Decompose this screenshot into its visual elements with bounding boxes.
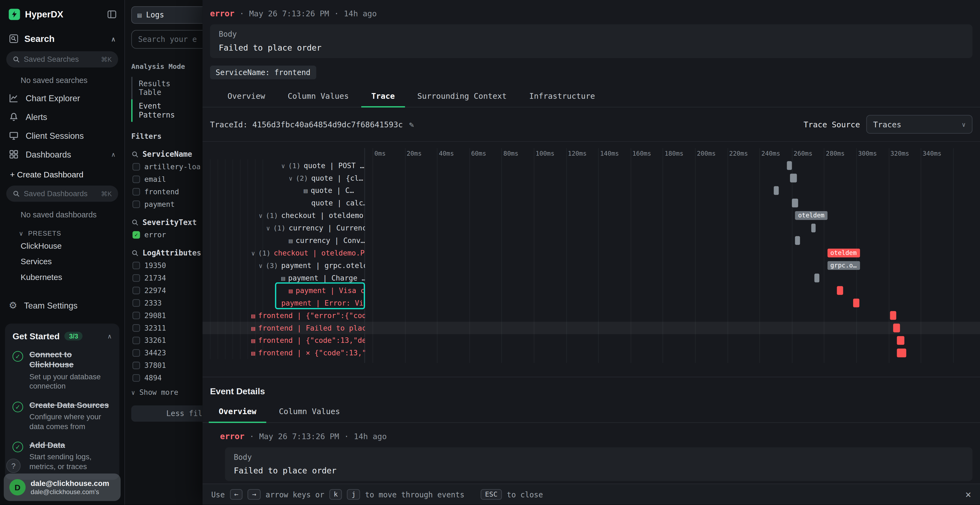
filter-option-22974[interactable]: 22974 [131,286,202,295]
trace-row[interactable]: ∨(1)checkout | oteldemo.…oteldem [202,209,980,222]
filter-option-error[interactable]: ✓error [131,230,202,239]
checkbox[interactable] [132,287,140,294]
user-menu[interactable]: D dale@clickhouse.com dale@clickhouse.co… [4,473,121,501]
chevron-down-icon[interactable]: ∨ [281,162,285,169]
chevron-down-icon[interactable]: ∨ [266,224,270,231]
analysis-mode-results-table[interactable]: Results Table [131,77,202,99]
chevron-up-icon[interactable]: ∧ [111,151,116,157]
sidebar-item-client-sessions[interactable]: Client Sessions [0,126,124,145]
trace-row-label[interactable]: payment | Error: Visa… [202,297,365,310]
tab-infrastructure[interactable]: Infrastructure [519,86,605,108]
ed-tab-column-values[interactable]: Column Values [269,401,350,423]
checkbox[interactable] [132,274,140,282]
trace-row[interactable]: ▤payment | Visa ca… [202,284,980,297]
chevron-down-icon[interactable]: ∨ [251,249,255,256]
collapse-sidebar-icon[interactable] [107,9,117,19]
filter-option-payment[interactable]: payment [131,200,202,209]
analysis-mode-event-patterns[interactable]: Event Patterns [131,99,202,122]
span-bar[interactable] [811,224,816,232]
span-bar[interactable] [837,286,843,295]
checkbox[interactable] [132,299,140,307]
filter-group-header[interactable]: ServiceName [131,150,202,159]
trace-row[interactable]: ▤frontend | {"code":13,"det… [202,334,980,347]
search-section-header[interactable]: Search ∧ [0,24,124,49]
checkbox[interactable] [132,337,140,345]
tab-surrounding-context[interactable]: Surrounding Context [407,86,517,108]
span-bar[interactable] [853,299,860,307]
trace-row-label[interactable]: ▤frontend | Failed to place… [202,322,365,334]
span-bar[interactable] [896,336,905,345]
filter-option-2333[interactable]: 2333 [131,299,202,307]
preset-clickhouse[interactable]: ClickHouse [0,238,124,254]
filter-option-34423[interactable]: 34423 [131,349,202,357]
checkbox[interactable] [132,362,140,369]
trace-row-label[interactable]: ▤frontend | {"code":13,"det… [202,334,365,347]
create-dashboard-button[interactable]: + Create Dashboard [0,164,124,183]
trace-row[interactable]: ∨(2)quote | {cl… [202,172,980,184]
span-bar[interactable] [774,186,779,195]
checkbox[interactable]: ✓ [132,231,140,239]
trace-row[interactable]: ▤currency | Conv… [202,234,980,247]
chevron-up-icon[interactable]: ∧ [107,333,112,340]
tab-overview[interactable]: Overview [218,86,275,108]
trace-row[interactable]: payment | Error: Visa… [202,297,980,310]
trace-row-label[interactable]: ▤frontend | {"error":{"code… [202,309,365,322]
saved-dashboards-search[interactable]: ⌘K [6,186,118,202]
filter-option-29081[interactable]: 29081 [131,311,202,320]
trace-row-label[interactable]: ∨(1)currency | Currenc… [202,222,365,234]
close-icon[interactable]: × [965,488,971,500]
checkbox[interactable] [132,324,140,332]
span-bar[interactable] [795,236,800,245]
filter-option-21734[interactable]: 21734 [131,274,202,283]
trace-row[interactable]: ▤quote | C… [202,184,980,197]
trace-row-label[interactable]: ▤currency | Conv… [202,234,365,247]
sidebar-item-chart-explorer[interactable]: Chart Explorer [0,89,124,108]
sidebar-item-team-settings[interactable]: ⚙ Team Settings [0,296,124,315]
span-bar[interactable] [896,349,906,357]
saved-dashboards-input[interactable] [24,189,97,198]
get-started-item[interactable]: ✓Connect to ClickHouseSet up your databa… [13,350,112,392]
checkbox[interactable] [132,200,140,208]
saved-searches-input[interactable] [24,55,97,64]
span-bar[interactable]: oteldem [795,211,827,220]
checkbox[interactable] [132,349,140,357]
event-search-input[interactable] [131,30,202,49]
filter-option-artillery-loa[interactable]: artillery-loa [131,162,202,171]
source-selector-button[interactable]: ▤ Logs [131,6,202,24]
filter-option-32311[interactable]: 32311 [131,324,202,332]
filter-option-33261[interactable]: 33261 [131,336,202,345]
trace-row-label[interactable]: quote | calc… [202,197,365,209]
trace-row[interactable]: quote | calc… [202,197,980,209]
filter-option-frontend[interactable]: frontend [131,187,202,196]
trace-row-label[interactable]: ▤payment | Visa ca… [202,284,365,297]
trace-row[interactable]: ▤frontend | {"error":{"code… [202,309,980,322]
checkbox[interactable] [132,176,140,183]
trace-row[interactable]: ∨(3)payment | grpc.oteld…grpc.o… [202,259,980,272]
trace-row[interactable]: ▤payment | Charge … [202,272,980,284]
trace-row-label[interactable]: ∨(2)quote | {cl… [202,172,365,184]
span-bar[interactable]: grpc.o… [827,261,860,270]
filter-group-header[interactable]: SeverityText [131,218,202,227]
tab-column-values[interactable]: Column Values [278,86,359,108]
sidebar-item-alerts[interactable]: Alerts [0,108,124,126]
chevron-down-icon[interactable]: ∨ [259,262,263,269]
checkbox[interactable] [132,262,140,269]
filter-option-19350[interactable]: 19350 [131,261,202,270]
ed-tab-overview[interactable]: Overview [209,401,267,423]
trace-row[interactable]: ∨(1)checkout | oteldemo.Pa…oteldem [202,247,980,259]
hyperdx-logo-icon[interactable] [9,9,20,20]
span-bar[interactable] [792,199,798,207]
checkbox[interactable] [132,163,140,171]
preset-kubernetes[interactable]: Kubernetes [0,269,124,285]
preset-services[interactable]: Services [0,254,124,269]
checkbox[interactable] [132,374,140,382]
saved-searches-search[interactable]: ⌘K [6,51,118,67]
filter-option-email[interactable]: email [131,175,202,184]
trace-row-label[interactable]: ∨(3)payment | grpc.oteld… [202,259,365,272]
chevron-up-icon[interactable]: ∧ [111,35,116,42]
get-started-item[interactable]: ✓Create Data SourcesConfigure where your… [13,400,112,432]
trace-row[interactable]: ▤frontend | Failed to place… [202,322,980,334]
trace-row-label[interactable]: ∨(1)checkout | oteldemo.Pa… [202,247,365,259]
trace-row-label[interactable]: ∨(1)checkout | oteldemo.… [202,209,365,222]
filter-group-header[interactable]: LogAttributes [131,249,202,257]
